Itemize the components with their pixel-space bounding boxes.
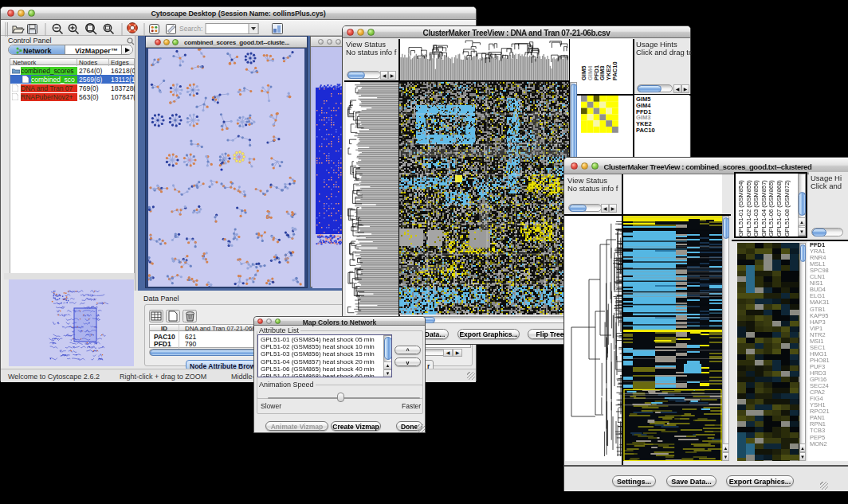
- svg-text:Search:: Search:: [179, 25, 202, 33]
